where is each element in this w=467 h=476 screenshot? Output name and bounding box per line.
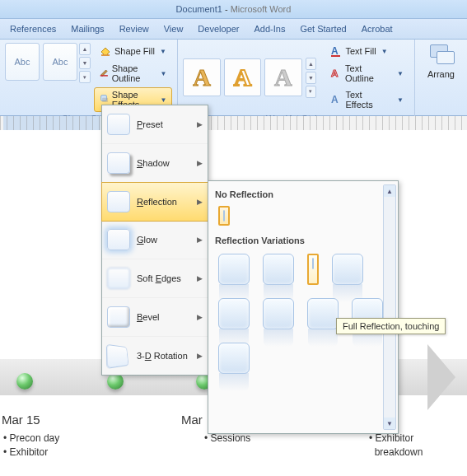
3d-rotation-icon [106, 344, 129, 369]
wordart-thumb[interactable]: A [183, 58, 220, 96]
text-effects-icon: A [330, 94, 342, 105]
preset-icon [107, 114, 130, 135]
chevron-down-icon: ▼ [161, 70, 167, 77]
chevron-down-icon: ▼ [397, 70, 404, 77]
timeline-marker [107, 373, 124, 390]
svg-rect-0 [101, 54, 110, 56]
scroll-down-icon[interactable]: ▼ [384, 418, 395, 429]
svg-text:A: A [331, 94, 339, 105]
gallery-scrollbar[interactable]: ▲ ▼ [383, 184, 396, 430]
reflection-option[interactable] [263, 298, 294, 329]
tab-references[interactable]: References [10, 24, 56, 34]
wordart-thumb[interactable]: A [264, 58, 301, 96]
tooltip: Full Reflection, touching [336, 318, 446, 334]
bucket-icon [100, 45, 111, 57]
text-fill-button[interactable]: A Text Fill▼ [325, 43, 409, 59]
section-header: No Reflection [213, 186, 393, 204]
tab-mailings[interactable]: Mailings [71, 24, 104, 34]
ribbon: Abc Abc ▲▼▾ Shape Fill▼ Shape Outline▼ [0, 40, 467, 116]
menu-item-bevel[interactable]: Bevel ▶ [102, 298, 208, 337]
reflection-option[interactable] [218, 298, 250, 329]
tab-addins[interactable]: Add-Ins [255, 24, 286, 34]
menu-item-soft-edges[interactable]: Soft Edges ▶ [102, 259, 208, 298]
bevel-icon [107, 306, 130, 328]
reflection-option-none[interactable] [218, 206, 230, 226]
svg-rect-3 [102, 98, 108, 102]
app-name: Microsoft Word [231, 4, 292, 14]
reflection-option[interactable] [218, 343, 250, 374]
shape-style-thumb[interactable]: Abc [43, 43, 77, 81]
svg-rect-1 [100, 75, 108, 77]
reflection-option[interactable] [332, 254, 363, 285]
submenu-arrow-icon: ▶ [197, 198, 203, 206]
menu-item-reflection[interactable]: Reflection ▶ [101, 182, 208, 222]
tab-developer[interactable]: Developer [198, 24, 239, 34]
pen-icon [100, 68, 109, 79]
chevron-down-icon: ▼ [160, 48, 166, 55]
tab-acrobat[interactable]: Acrobat [362, 24, 393, 34]
submenu-arrow-icon: ▶ [197, 120, 203, 128]
submenu-arrow-icon: ▶ [197, 274, 203, 282]
tab-view[interactable]: View [164, 24, 184, 34]
gallery-up-icon[interactable]: ▲ [79, 43, 91, 55]
shadow-icon [107, 152, 130, 174]
gallery-more-icon[interactable]: ▾ [79, 71, 91, 83]
date-label: Mar [181, 413, 203, 427]
date-label: Mar 15 [2, 413, 40, 427]
timeline-marker [16, 373, 33, 390]
section-header: Reflection Variations [213, 232, 393, 250]
soft-edges-icon [107, 268, 130, 289]
svg-rect-5 [331, 55, 340, 57]
menu-item-3d-rotation[interactable]: 3-D Rotation ▶ [102, 337, 208, 375]
tab-getstarted[interactable]: Get Started [300, 24, 346, 34]
gallery-more-icon[interactable]: ▾ [306, 86, 317, 98]
arrange-icon [428, 43, 453, 68]
group-wordart-styles: A A A ▲▼▾ A Text Fill▼ A Text Outline▼ A… [178, 40, 414, 119]
menu-item-shadow[interactable]: Shadow ▶ [102, 144, 208, 183]
shape-style-gallery[interactable]: Abc Abc [5, 43, 77, 112]
gallery-up-icon[interactable]: ▲ [306, 58, 317, 70]
chevron-down-icon: ▼ [161, 96, 167, 104]
bullet-list: • Exhibitor breakdown [369, 432, 423, 460]
doc-title: Document1 [176, 4, 222, 14]
ribbon-tabs: References Mailings Review View Develope… [0, 19, 467, 40]
shape-outline-button[interactable]: Shape Outline▼ [94, 61, 172, 86]
chevron-down-icon: ▼ [397, 96, 404, 104]
text-effects-button[interactable]: A Text Effects▼ [325, 87, 409, 112]
menu-item-glow[interactable]: Glow ▶ [102, 221, 208, 259]
chevron-down-icon: ▼ [381, 48, 388, 55]
gallery-down-icon[interactable]: ▼ [306, 72, 317, 84]
submenu-arrow-icon: ▶ [197, 236, 203, 244]
gallery-down-icon[interactable]: ▼ [79, 57, 91, 69]
text-outline-button[interactable]: A Text Outline▼ [325, 61, 409, 86]
arrange-button[interactable]: Arrang [420, 43, 462, 79]
reflection-option[interactable] [307, 298, 339, 329]
title-sep: - [222, 4, 231, 14]
tab-review[interactable]: Review [119, 24, 149, 34]
reflection-option[interactable] [218, 254, 250, 285]
group-arrange: Arrang [415, 40, 467, 119]
shape-fill-button[interactable]: Shape Fill▼ [94, 43, 172, 59]
wordart-thumb[interactable]: A [224, 58, 261, 96]
submenu-arrow-icon: ▶ [197, 159, 203, 167]
title-bar: Document1 - Microsoft Word [0, 0, 467, 19]
effects-icon [100, 94, 109, 105]
shape-effects-menu: Preset ▶ Shadow ▶ Reflection ▶ Glow ▶ So… [101, 105, 208, 376]
svg-text:A: A [331, 68, 339, 78]
text-outline-icon: A [330, 68, 342, 79]
reflection-icon [107, 191, 130, 212]
bullet-list: • Precon day• Exhibitor [3, 432, 59, 460]
submenu-arrow-icon: ▶ [197, 352, 203, 360]
shape-style-thumb[interactable]: Abc [5, 43, 40, 81]
text-fill-icon: A [330, 45, 342, 57]
reflection-option[interactable] [263, 254, 294, 285]
submenu-arrow-icon: ▶ [197, 313, 203, 321]
reflection-gallery: No Reflection Reflection Variations ▲ ▼ [208, 180, 399, 434]
menu-item-preset[interactable]: Preset ▶ [102, 105, 208, 144]
svg-text:A: A [331, 45, 339, 57]
glow-icon [107, 229, 130, 250]
scroll-up-icon[interactable]: ▲ [384, 185, 395, 197]
reflection-option-hovered[interactable] [307, 254, 319, 285]
